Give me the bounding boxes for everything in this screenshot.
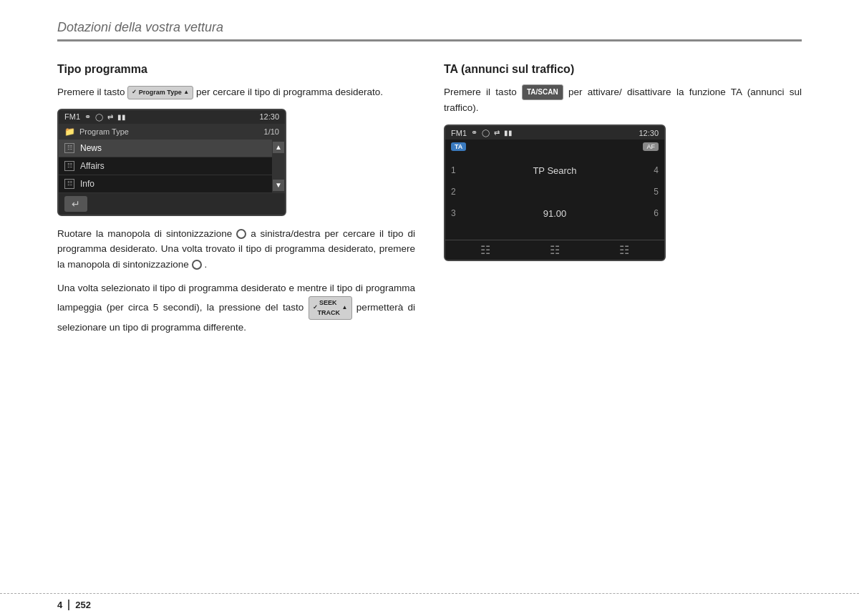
left-para2c-text: . bbox=[204, 259, 207, 270]
left-para1-before: Premere il tasto bbox=[57, 87, 127, 97]
pty-screen-mockup: FM1 ⚭ ◯ ⇄ ▮▮ 12:30 📁 Program Type 1/10 bbox=[57, 109, 286, 216]
ta-num-4: 4 bbox=[630, 165, 659, 175]
header-title: Dotazioni della vostra vettura bbox=[57, 20, 223, 34]
pty-count-label: 1/10 bbox=[264, 127, 279, 136]
ta-bottom-icon-2: ☷ bbox=[550, 243, 560, 257]
seek-track-button[interactable]: ✓ SEEKTRACK ▲ bbox=[309, 296, 352, 320]
right-column: TA (annunci sul traffico) Premere il tas… bbox=[444, 63, 802, 343]
pty-scroll-down-button[interactable]: ▼ bbox=[273, 180, 284, 191]
pty-item-news[interactable]: ☷ News bbox=[59, 140, 272, 157]
pty-item-affairs-icon: ☷ bbox=[64, 161, 74, 171]
ta-screen-mockup: FM1 ⚭ ◯ ⇄ ▮▮ 12:30 TA AF bbox=[444, 124, 666, 261]
ta-badge: TA bbox=[451, 142, 466, 151]
footer-section-num: 4 bbox=[57, 600, 69, 610]
pty-topbar-left: FM1 ⚭ ◯ ⇄ ▮▮ bbox=[64, 112, 126, 122]
ta-badges-row: TA AF bbox=[445, 140, 664, 154]
pty-topbar-time: 12:30 bbox=[259, 112, 279, 121]
right-para1-before: Premere il tasto bbox=[444, 87, 522, 97]
page-header: Dotazioni della vostra vettura bbox=[57, 0, 802, 41]
pty-header-label: Program Type bbox=[79, 127, 129, 136]
ta-bottom-icon-3: ☷ bbox=[619, 243, 629, 257]
pty-fm1-label: FM1 bbox=[64, 112, 80, 121]
ta-frequency: 91.00 bbox=[480, 208, 630, 219]
ta-search-text: TP Search bbox=[480, 165, 630, 176]
pty-item-affairs-label: Affairs bbox=[80, 161, 105, 171]
left-para2: Ruotare la manopola di sintonizzazione a… bbox=[57, 226, 415, 273]
af-badge: AF bbox=[643, 142, 659, 151]
left-section-heading: Tipo programma bbox=[57, 63, 415, 76]
left-para2-text: Ruotare la manopola di sintonizzazione bbox=[57, 228, 236, 239]
ta-body: 1 TP Search 4 2 5 3 91.00 6 bbox=[445, 154, 664, 240]
pty-scrollbar: ▲ ▼ bbox=[272, 140, 285, 193]
pty-item-info-label: Info bbox=[80, 179, 94, 189]
pty-item-news-icon: ☷ bbox=[64, 143, 74, 153]
pty-folder-button[interactable]: ✓ Program Type ▲ bbox=[127, 86, 193, 99]
ta-grid: 1 TP Search 4 2 5 3 91.00 6 bbox=[451, 160, 659, 224]
ta-battery-icon: ▮▮ bbox=[504, 129, 513, 137]
content-columns: Tipo programma Premere il tasto ✓ Progra… bbox=[57, 63, 802, 343]
ta-arrows-icon: ⇄ bbox=[494, 129, 500, 137]
left-para1-after: per cercare il tipo di programma desider… bbox=[196, 87, 383, 97]
page-footer: 4 252 bbox=[0, 593, 859, 616]
bluetooth-icon: ⚭ bbox=[84, 112, 91, 122]
ta-num-2: 2 bbox=[451, 187, 480, 197]
pty-scroll-up-button[interactable]: ▲ bbox=[273, 142, 284, 153]
pty-list-row: ☷ News ☷ Affairs ☷ Info ▲ bbox=[59, 140, 285, 193]
pty-screen-bottom: ↵ bbox=[59, 193, 285, 215]
pty-screen-topbar: FM1 ⚭ ◯ ⇄ ▮▮ 12:30 bbox=[59, 110, 285, 124]
pty-item-info[interactable]: ☷ Info bbox=[59, 175, 272, 193]
ta-num-6: 6 bbox=[630, 208, 659, 218]
page-container: Dotazioni della vostra vettura Tipo prog… bbox=[0, 0, 859, 616]
pty-items-col: ☷ News ☷ Affairs ☷ Info bbox=[59, 140, 272, 193]
pty-header-row: 📁 Program Type 1/10 bbox=[59, 124, 285, 140]
ta-fm1-label: FM1 bbox=[451, 129, 467, 137]
ta-circle-icon: ◯ bbox=[482, 129, 490, 137]
left-column: Tipo programma Premere il tasto ✓ Progra… bbox=[57, 63, 415, 343]
battery-icon: ▮▮ bbox=[117, 113, 126, 121]
circle-status-icon: ◯ bbox=[95, 113, 103, 121]
ta-bottom-bar: ☷ ☷ ☷ bbox=[445, 240, 664, 260]
pty-back-button[interactable]: ↵ bbox=[64, 196, 87, 212]
right-para1: Premere il tasto TA/SCAN per attivare/ d… bbox=[444, 84, 802, 116]
knob-circle-icon-2 bbox=[192, 260, 202, 270]
ta-num-3: 3 bbox=[451, 208, 480, 218]
pty-item-info-icon: ☷ bbox=[64, 179, 74, 189]
ta-bottom-icon-1: ☷ bbox=[480, 243, 490, 257]
knob-circle-icon bbox=[236, 229, 246, 239]
left-para3: Una volta selezionato il tipo di program… bbox=[57, 280, 415, 335]
left-para1: Premere il tasto ✓ Program Type ▲ per ce… bbox=[57, 84, 415, 100]
footer-page-num: 252 bbox=[75, 600, 91, 610]
ta-scan-button[interactable]: TA/SCAN bbox=[522, 84, 563, 100]
pty-item-news-label: News bbox=[80, 143, 102, 153]
ta-screen-topbar: FM1 ⚭ ◯ ⇄ ▮▮ 12:30 bbox=[445, 126, 664, 140]
ta-topbar-time: 12:30 bbox=[639, 129, 659, 137]
right-section-heading: TA (annunci sul traffico) bbox=[444, 63, 802, 76]
arrows-icon: ⇄ bbox=[107, 113, 113, 121]
ta-num-1: 1 bbox=[451, 165, 480, 175]
pty-item-affairs[interactable]: ☷ Affairs bbox=[59, 157, 272, 175]
pty-folder-icon: 📁 bbox=[64, 127, 75, 137]
ta-num-5: 5 bbox=[630, 187, 659, 197]
ta-bluetooth-icon: ⚭ bbox=[471, 128, 477, 137]
